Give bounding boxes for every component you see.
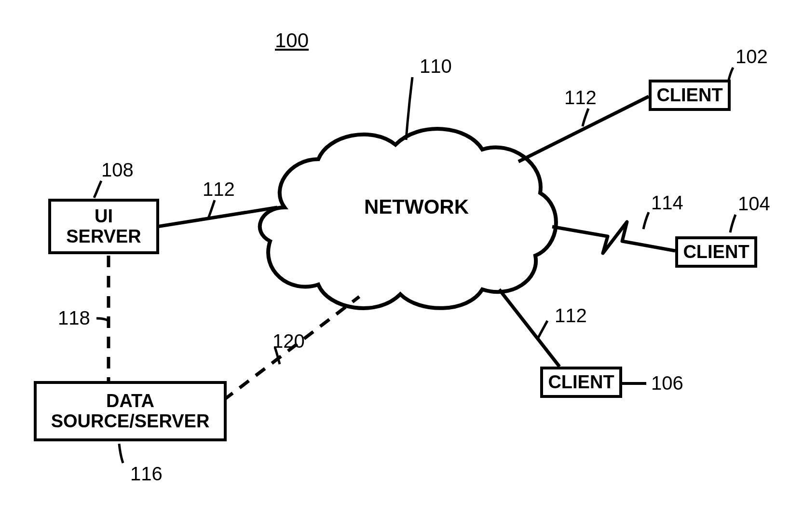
leader-118 — [96, 318, 109, 321]
ref-116: 116 — [130, 463, 163, 485]
ref-112-top: 112 — [564, 87, 597, 109]
leader-114 — [643, 212, 649, 229]
client-right-box: CLIENT — [675, 236, 757, 268]
leader-112-top — [583, 109, 588, 126]
ref-120: 120 — [272, 330, 305, 352]
network-label: NETWORK — [364, 195, 469, 218]
leader-108 — [94, 181, 101, 198]
client-top-box: CLIENT — [649, 80, 731, 111]
leader-112-bot — [538, 321, 547, 339]
data-source-box: DATA SOURCE/SERVER — [34, 381, 227, 441]
ref-104: 104 — [738, 193, 770, 215]
ref-118: 118 — [58, 307, 90, 329]
ref-106: 106 — [651, 372, 683, 394]
ui-server-box: UI SERVER — [48, 199, 159, 254]
network-cloud — [260, 129, 556, 308]
leader-112-ui — [208, 200, 215, 218]
link-wireless-client-right — [552, 222, 675, 253]
link-dashed-data-network — [207, 297, 359, 412]
leader-104 — [730, 215, 736, 232]
ref-108: 108 — [101, 159, 134, 181]
figure-number: 100 — [275, 29, 309, 52]
ref-102: 102 — [736, 46, 768, 68]
leader-110 — [406, 77, 412, 140]
ref-110: 110 — [420, 55, 452, 77]
client-bottom-box: CLIENT — [540, 367, 622, 398]
ref-114: 114 — [651, 192, 683, 214]
ref-112-ui: 112 — [203, 178, 235, 200]
leader-116 — [119, 444, 123, 463]
link-wired-client-bottom — [499, 289, 559, 367]
ref-112-bottom: 112 — [555, 305, 587, 327]
